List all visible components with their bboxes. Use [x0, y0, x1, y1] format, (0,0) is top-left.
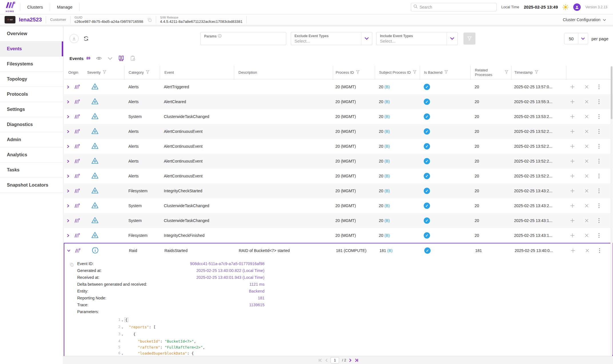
row-menu-kebab-icon[interactable]	[598, 173, 600, 179]
add-filter-plus-icon[interactable]	[570, 114, 575, 119]
row-menu-kebab-icon[interactable]	[598, 218, 600, 223]
page-size-select[interactable]: 50	[564, 33, 588, 44]
sidebar-item-settings[interactable]: Settings	[0, 102, 63, 117]
row-menu-kebab-icon[interactable]	[598, 203, 600, 208]
row-expander-chevron[interactable]	[64, 145, 72, 148]
sidebar-item-overview[interactable]: Overview	[0, 26, 63, 41]
nav-item-manage[interactable]: Manage	[50, 0, 79, 14]
exclude-x-icon[interactable]	[585, 233, 589, 237]
last-page-button[interactable]	[355, 359, 359, 362]
sidebar-item-tasks[interactable]: Tasks	[0, 163, 63, 178]
table-row[interactable]: Raid RaidsStarted RAID of BucketId<7> st…	[64, 243, 612, 258]
filter-funnel-icon[interactable]	[535, 70, 538, 75]
collapse-caret-icon[interactable]: ▼	[120, 350, 124, 356]
row-expander-chevron[interactable]	[64, 234, 72, 237]
row-menu-kebab-icon[interactable]	[598, 99, 600, 104]
row-menu-kebab-icon[interactable]	[598, 188, 600, 193]
exclude-x-icon[interactable]	[585, 115, 589, 119]
row-expander-chevron[interactable]	[64, 189, 72, 193]
exclude-x-icon[interactable]	[585, 174, 589, 178]
include-event-types-select[interactable]: Include Event Types Select...	[376, 32, 458, 45]
row-menu-kebab-icon[interactable]	[599, 248, 600, 253]
page-number-input[interactable]	[331, 357, 339, 363]
chevron-down-icon[interactable]	[447, 32, 457, 45]
row-expander-chevron[interactable]	[64, 130, 72, 133]
next-page-button[interactable]	[349, 359, 352, 362]
row-menu-kebab-icon[interactable]	[598, 114, 600, 119]
filter-funnel-icon[interactable]	[146, 70, 150, 75]
row-expander-chevron[interactable]	[64, 115, 72, 119]
filter-funnel-icon[interactable]	[356, 70, 360, 75]
add-filter-plus-icon[interactable]	[570, 84, 575, 89]
collapse-caret-icon[interactable]: ▼	[120, 317, 124, 324]
add-filter-plus-icon[interactable]	[570, 173, 575, 179]
search-box[interactable]	[411, 3, 497, 11]
exclude-x-icon[interactable]	[585, 159, 589, 163]
sidebar-item-admin[interactable]: Admin	[0, 132, 63, 147]
table-row[interactable]: Alerts AlertContinuousEvent 20 (MGMT) 20…	[64, 139, 613, 154]
table-row[interactable]: Alerts AlertContinuousEvent 20 (MGMT) 20…	[64, 124, 613, 139]
copy-guid-icon[interactable]	[147, 17, 152, 22]
add-filter-plus-icon[interactable]	[570, 248, 576, 253]
apply-filter-button[interactable]	[463, 33, 475, 45]
table-row[interactable]: Alerts AlertContinuousEvent 20 (MGMT) 20…	[64, 169, 613, 183]
download-events-button[interactable]	[69, 34, 79, 43]
theme-sun-icon[interactable]	[562, 4, 569, 10]
row-expander-chevron[interactable]	[64, 174, 72, 178]
add-filter-plus-icon[interactable]	[570, 188, 575, 193]
filter-funnel-icon[interactable]	[444, 70, 448, 75]
chevron-down-icon[interactable]	[108, 57, 113, 60]
row-menu-kebab-icon[interactable]	[598, 233, 600, 238]
row-expander-chevron[interactable]	[64, 219, 72, 223]
exclude-event-types-select[interactable]: Exclude Event Types Select...	[291, 32, 372, 45]
sidebar-item-events[interactable]: Events	[0, 41, 63, 57]
add-filter-plus-icon[interactable]	[570, 218, 575, 223]
exclude-x-icon[interactable]	[585, 85, 589, 89]
table-row[interactable]: Alerts AlertTriggered 20 (MGMT) 20 (B) ✓…	[64, 79, 613, 94]
row-expander-chevron[interactable]	[64, 85, 72, 89]
params-input[interactable]: Params	[200, 32, 286, 45]
table-row[interactable]: Filesystem IntegrityCheckStarted 20 (MGM…	[64, 183, 613, 198]
row-menu-kebab-icon[interactable]	[598, 144, 600, 149]
nav-item-clusters[interactable]: Clusters	[20, 0, 50, 14]
cluster-configuration-button[interactable]: Cluster Configuration	[563, 17, 613, 22]
visibility-eye-icon[interactable]	[96, 56, 102, 60]
collapse-caret-icon[interactable]: ▼	[120, 331, 124, 338]
add-filter-plus-icon[interactable]	[570, 233, 575, 238]
row-menu-kebab-icon[interactable]	[598, 129, 600, 134]
exclude-x-icon[interactable]	[585, 144, 589, 148]
row-expander-chevron[interactable]	[64, 100, 72, 104]
column-resize-icon[interactable]	[118, 55, 124, 61]
filter-funnel-icon[interactable]	[505, 70, 508, 75]
exclude-x-icon[interactable]	[585, 249, 589, 253]
table-row[interactable]: Alerts AlertCleared 20 (MGMT) 20 (B) ✓ 2…	[64, 94, 613, 109]
sidebar-item-protocols[interactable]: Protocols	[0, 87, 63, 102]
vertical-scrollbar[interactable]	[610, 66, 613, 355]
sidebar-item-snapshot-locators[interactable]: Snapshot Locators	[0, 178, 63, 193]
refresh-icon[interactable]	[83, 36, 89, 41]
user-avatar[interactable]	[573, 3, 581, 11]
add-filter-plus-icon[interactable]	[570, 129, 575, 134]
table-row[interactable]: System ClusterwideTaskChanged 20 (MGMT) …	[64, 198, 613, 213]
row-menu-kebab-icon[interactable]	[598, 159, 600, 164]
table-row[interactable]: System ClusterwideTaskChanged 20 (MGMT) …	[64, 109, 613, 124]
add-filter-plus-icon[interactable]	[570, 99, 575, 104]
first-page-button[interactable]	[318, 359, 322, 362]
exclude-x-icon[interactable]	[585, 189, 589, 193]
home-logo[interactable]: HOME	[0, 2, 20, 13]
filter-funnel-icon[interactable]	[103, 70, 106, 75]
table-row[interactable]: System ClusterwideTaskChanged 20 (MGMT) …	[64, 213, 613, 228]
scrollbar-thumb[interactable]	[611, 66, 612, 119]
sidebar-item-filesystems[interactable]: Filesystems	[0, 57, 63, 72]
add-filter-plus-icon[interactable]	[570, 203, 575, 208]
sidebar-item-diagnostics[interactable]: Diagnostics	[0, 117, 63, 132]
add-filter-plus-icon[interactable]	[570, 159, 575, 164]
row-expander-chevron[interactable]	[64, 249, 73, 253]
exclude-x-icon[interactable]	[585, 219, 589, 223]
filter-funnel-icon[interactable]	[413, 70, 417, 75]
sidebar-item-analytics[interactable]: Analytics	[0, 147, 63, 163]
sidebar-item-topology[interactable]: Topology	[0, 72, 63, 87]
add-filter-plus-icon[interactable]	[570, 144, 575, 149]
table-row[interactable]: Filesystem IntegrityCheckFinished 20 (MG…	[64, 228, 613, 243]
exclude-x-icon[interactable]	[585, 100, 589, 104]
